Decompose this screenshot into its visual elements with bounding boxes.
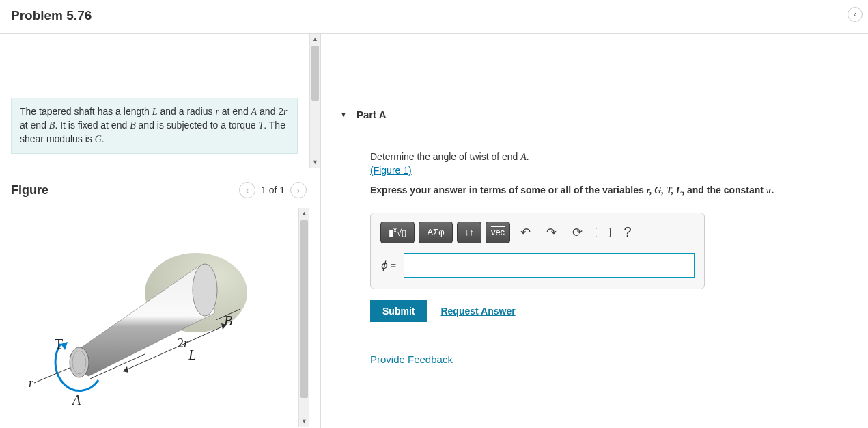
scroll-down-icon[interactable]: ▼: [299, 416, 309, 427]
scroll-down-icon[interactable]: ▼: [310, 157, 320, 168]
subscript-button[interactable]: ↓↑: [457, 222, 481, 243]
figure-count: 1 of 1: [261, 185, 285, 196]
vec-button[interactable]: vec: [486, 222, 510, 243]
svg-text:2r: 2r: [178, 336, 189, 350]
figure-header: Figure ‹ 1 of 1 ›: [11, 174, 309, 204]
label-r: r: [29, 376, 34, 390]
var-A: A: [251, 107, 257, 117]
keyboard-icon: [596, 228, 611, 237]
scroll-up-icon[interactable]: ▲: [310, 34, 320, 44]
var-r2: r: [283, 107, 287, 117]
text: and 2: [257, 106, 283, 117]
reset-icon: ⟳: [572, 225, 583, 240]
figure-body: T r A B 2r L: [11, 208, 309, 420]
text: and is subjected to a torque: [136, 120, 259, 131]
part-body: Determine the angle of twist of end A. (…: [370, 150, 854, 365]
scroll-thumb[interactable]: [300, 220, 308, 398]
reset-button[interactable]: ⟳: [566, 222, 588, 243]
figure-viewport: T r A B 2r L ▲: [11, 208, 309, 427]
part-header[interactable]: ▼ Part A: [340, 109, 854, 120]
undo-icon: ↶: [520, 225, 531, 240]
triangle-down-icon: ▼: [340, 111, 347, 118]
answer-input[interactable]: [404, 253, 695, 278]
main-content: The tapered shaft has a length L and a r…: [0, 34, 868, 428]
figure-link-line: (Figure 1): [370, 164, 854, 178]
vec-label: vec: [491, 227, 505, 237]
label-T: T: [55, 336, 63, 351]
problem-description-pane: The tapered shaft has a length L and a r…: [0, 34, 320, 168]
text: The tapered shaft has a length: [20, 106, 152, 117]
redo-icon: ↷: [546, 225, 557, 240]
submit-button[interactable]: Submit: [370, 300, 427, 322]
figure-nav: ‹ 1 of 1 ›: [239, 182, 307, 198]
keyboard-button[interactable]: [592, 222, 614, 243]
part-title: Part A: [356, 109, 387, 120]
text: at end: [219, 106, 251, 117]
text: , and the constant: [682, 185, 766, 196]
svg-point-1: [193, 264, 217, 316]
templates-button[interactable]: ▮x√▯: [380, 222, 415, 243]
var-G: G: [95, 134, 102, 144]
text: and a radius: [158, 106, 216, 117]
label-A: A: [71, 392, 81, 407]
text: .: [102, 133, 104, 144]
pi: π: [766, 185, 772, 196]
chevron-left-icon: ‹: [854, 10, 856, 19]
left-column: The tapered shaft has a length L and a r…: [0, 34, 321, 428]
figure-diagram: T r A B 2r L: [22, 224, 275, 409]
svg-line-4: [34, 368, 70, 383]
problem-description: The tapered shaft has a length L and a r…: [11, 98, 298, 154]
scroll-thumb[interactable]: [311, 46, 319, 101]
answer-input-row: ϕ =: [380, 253, 695, 278]
label-L: L: [188, 347, 196, 362]
vars-list: r, G, T, L: [647, 185, 682, 196]
text: Determine the angle of twist of end: [370, 151, 520, 162]
text: .: [772, 185, 774, 196]
answer-box: ▮x√▯ ΑΣφ ↓↑ vec ↶ ↷ ⟳ ?: [370, 213, 705, 289]
scroll-up-icon[interactable]: ▲: [299, 208, 309, 219]
action-row: Submit Request Answer: [370, 300, 854, 322]
var-A: A: [520, 152, 527, 162]
scrollbar-figure[interactable]: ▲ ▼: [298, 208, 309, 427]
scrollbar-desc[interactable]: ▲ ▼: [309, 34, 320, 168]
right-column: ▼ Part A Determine the angle of twist of…: [321, 34, 868, 428]
collapse-button[interactable]: ‹: [848, 7, 863, 22]
var-B2: B: [130, 120, 136, 131]
figure-prev-button[interactable]: ‹: [239, 182, 255, 198]
request-answer-link[interactable]: Request Answer: [440, 306, 515, 317]
help-button[interactable]: ?: [618, 222, 637, 243]
figure-section: Figure ‹ 1 of 1 ›: [0, 168, 320, 428]
text: at end: [20, 120, 49, 131]
math-toolbar: ▮x√▯ ΑΣφ ↓↑ vec ↶ ↷ ⟳ ?: [380, 222, 695, 243]
undo-button[interactable]: ↶: [514, 222, 536, 243]
figure-link[interactable]: (Figure 1): [370, 165, 412, 176]
figure-title: Figure: [11, 183, 48, 198]
phi-label: ϕ =: [380, 259, 397, 271]
figure-next-button[interactable]: ›: [290, 182, 307, 198]
instruction-1: Determine the angle of twist of end A.: [370, 150, 854, 164]
problem-title: Problem 5.76: [11, 8, 857, 23]
greek-button[interactable]: ΑΣφ: [419, 222, 453, 243]
page-header: Problem 5.76 ‹: [0, 0, 868, 34]
provide-feedback-link[interactable]: Provide Feedback: [370, 353, 854, 365]
redo-button[interactable]: ↷: [540, 222, 562, 243]
text: Express your answer in terms of some or …: [370, 185, 647, 196]
instruction-2: Express your answer in terms of some or …: [370, 184, 854, 198]
var-L: L: [152, 107, 158, 117]
text: . It is fixed at end: [55, 120, 130, 131]
text: .: [527, 151, 529, 162]
templates-icon: ▮x√▯: [389, 226, 406, 238]
